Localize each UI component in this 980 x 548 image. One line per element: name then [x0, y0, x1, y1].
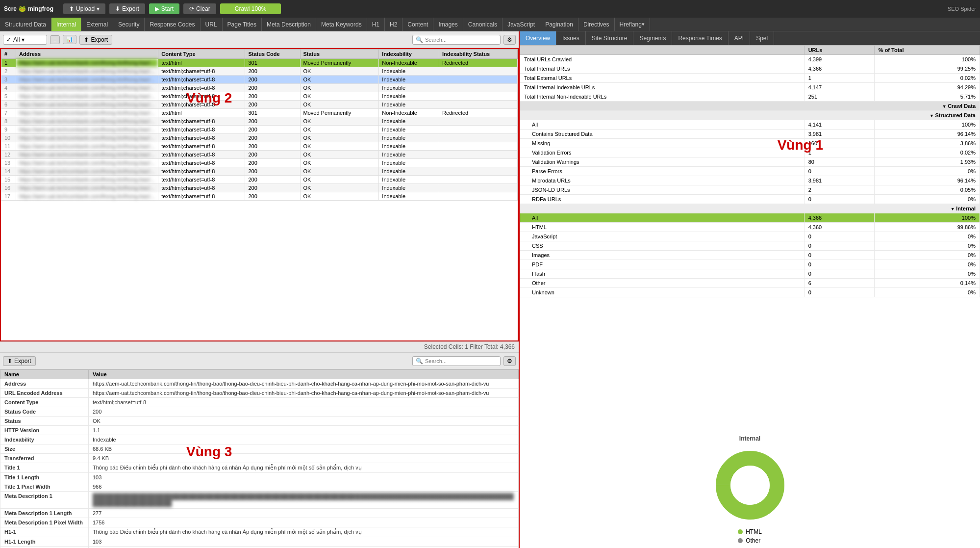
bottom-filter-options-button[interactable]: ⚙ [503, 356, 516, 366]
row-url: https://aem-uat.techcombank.com/thong-ti… [16, 184, 158, 192]
tab-canonicals[interactable]: Canonicals [463, 18, 503, 31]
right-tab-issues[interactable]: Issues [556, 31, 586, 45]
right-tab-site-structure[interactable]: Site Structure [586, 31, 634, 45]
chart-title: Internal [739, 435, 760, 442]
chart-view-button[interactable]: 📊 [63, 35, 76, 44]
table-row[interactable]: 17 https://aem-uat.techcombank.com/thong… [1, 192, 518, 201]
row-indexability-status [439, 101, 518, 109]
internal-item[interactable]: Other60,14% [520, 279, 980, 288]
html-color-dot [738, 529, 743, 534]
structured-data-item[interactable]: Parse Errors00% [520, 167, 980, 176]
right-tab-spel[interactable]: Spel [750, 31, 774, 45]
tab-url[interactable]: URL [201, 18, 223, 31]
search-input[interactable] [425, 37, 497, 43]
export-button[interactable]: ⬆ Export [79, 35, 112, 45]
table-row[interactable]: 14 https://aem-uat.techcombank.com/thong… [1, 167, 518, 176]
table-row[interactable]: 5 https://aem-uat.techcombank.com/thong-… [1, 92, 518, 101]
crawl-button[interactable]: Crawl 100% [220, 3, 281, 14]
row-status: OK [300, 67, 379, 76]
tab-directives[interactable]: Directives [578, 18, 615, 31]
row-status: Moved Permanently [300, 59, 379, 67]
table-row[interactable]: 11 https://aem-uat.techcombank.com/thong… [1, 142, 518, 151]
structured-data-subsection[interactable]: Structured Data [520, 111, 980, 120]
internal-item[interactable]: CSS00% [520, 241, 980, 251]
internal-item[interactable]: JavaScript00% [520, 232, 980, 241]
row-status-code: 200 [245, 134, 300, 142]
table-row[interactable]: 3 https://aem-uat.techcombank.com/thong-… [1, 76, 518, 84]
row-indexability: Indexable [379, 159, 439, 167]
overview-stat-row: Total Internal URLs4,36699,25% [520, 64, 980, 74]
internal-item[interactable]: All4,366100% [520, 213, 980, 223]
right-overview-table: URLs % of Total Total URLs Crawled4,3991… [520, 45, 980, 297]
search-icon: 🔍 [416, 36, 423, 43]
filter-options-button[interactable]: ⚙ [503, 35, 516, 45]
internal-item[interactable]: HTML4,36099,86% [520, 223, 980, 232]
tab-response-codes[interactable]: Response Codes [145, 18, 200, 31]
tab-javascript[interactable]: JavaScript [503, 18, 540, 31]
table-row[interactable]: 7 https://aem-uat.techcombank.com/thong-… [1, 109, 518, 117]
structured-data-item[interactable]: Microdata URLs3,98196,14% [520, 176, 980, 185]
table-row[interactable]: 6 https://aem-uat.techcombank.com/thong-… [1, 101, 518, 109]
table-row[interactable]: 9 https://aem-uat.techcombank.com/thong-… [1, 126, 518, 134]
table-row[interactable]: 15 https://aem-uat.techcombank.com/thong… [1, 176, 518, 184]
filter-dropdown[interactable]: ✓ All ▾ [3, 35, 47, 45]
structured-data-item[interactable]: Validation Warnings801,93% [520, 157, 980, 167]
export-icon: ⬇ [115, 5, 120, 12]
structured-data-item[interactable]: Missing1603,86% [520, 139, 980, 148]
right-tab-api[interactable]: API [729, 31, 750, 45]
tab-meta-keywords[interactable]: Meta Keywords [316, 18, 367, 31]
row-status-code: 200 [245, 192, 300, 201]
structured-data-item[interactable]: JSON-LD URLs20,05% [520, 185, 980, 195]
table-row[interactable]: 13 https://aem-uat.techcombank.com/thong… [1, 159, 518, 167]
right-tab-overview[interactable]: Overview [520, 31, 556, 45]
bottom-search-input[interactable] [425, 358, 497, 364]
table-view-button[interactable]: ≡ [50, 35, 60, 44]
tab-meta-description[interactable]: Meta Description [262, 18, 316, 31]
right-tab-segments[interactable]: Segments [633, 31, 672, 45]
table-row[interactable]: 10 https://aem-uat.techcombank.com/thong… [1, 134, 518, 142]
structured-data-item[interactable]: Contains Structured Data3,98196,14% [520, 130, 980, 139]
right-tab-response-times[interactable]: Response Times [672, 31, 728, 45]
tab-h2[interactable]: H2 [385, 18, 402, 31]
table-row[interactable]: 4 https://aem-uat.techcombank.com/thong-… [1, 84, 518, 92]
detail-name: Meta Description 1 [0, 492, 89, 509]
internal-item[interactable]: Images00% [520, 251, 980, 260]
internal-subsection[interactable]: Internal [520, 204, 980, 213]
tab-images[interactable]: Images [433, 18, 463, 31]
main-table-area: # Address Content Type Status Code Statu… [0, 48, 519, 341]
table-row[interactable]: 8 https://aem-uat.techcombank.com/thong-… [1, 117, 518, 126]
tab-content[interactable]: Content [402, 18, 433, 31]
table-row[interactable]: 16 https://aem-uat.techcombank.com/thong… [1, 184, 518, 192]
right-col-label [520, 46, 804, 55]
table-row[interactable]: 1 https://aem-uat.techcombank.com/thong-… [1, 59, 518, 67]
clear-button[interactable]: ⟳ Clear [183, 3, 216, 14]
tab-security[interactable]: Security [113, 18, 145, 31]
tab-external[interactable]: External [81, 18, 113, 31]
top-export-button[interactable]: ⬇ Export [109, 3, 145, 14]
tab-internal[interactable]: Internal [51, 18, 81, 31]
bottom-search-box[interactable]: 🔍 [412, 356, 501, 366]
structured-data-item[interactable]: RDFa URLs00% [520, 195, 980, 204]
bottom-export-button[interactable]: ⬆ Export [3, 356, 36, 366]
row-url: https://aem-uat.techcombank.com/thong-ti… [16, 84, 158, 92]
row-status-code: 200 [245, 117, 300, 126]
upload-button[interactable]: ⬆ Upload ▾ [63, 3, 105, 14]
search-box[interactable]: 🔍 [412, 35, 501, 45]
internal-item[interactable]: Flash00% [520, 269, 980, 279]
detail-row: Meta Description 1 Length 277 [0, 509, 519, 518]
tab-h1[interactable]: H1 [367, 18, 385, 31]
tab-page-titles[interactable]: Page Titles [223, 18, 262, 31]
internal-item[interactable]: Unknown00% [520, 288, 980, 297]
table-row[interactable]: 2 https://aem-uat.techcombank.com/thong-… [1, 67, 518, 76]
tab-structured-data[interactable]: Structured Data [0, 18, 51, 31]
start-button[interactable]: ▶ Start [149, 3, 179, 14]
tab-hreflang[interactable]: Hreflang [615, 18, 650, 31]
structured-data-item[interactable]: Validation Errors10,02% [520, 148, 980, 157]
table-row[interactable]: 12 https://aem-uat.techcombank.com/thong… [1, 151, 518, 159]
row-indexability-status [439, 134, 518, 142]
structured-data-item[interactable]: All4,141100% [520, 120, 980, 130]
right-col-pct: % of Total [874, 46, 980, 55]
tab-pagination[interactable]: Pagination [540, 18, 578, 31]
internal-item[interactable]: PDF00% [520, 260, 980, 269]
crawl-data-section[interactable]: Crawl Data [520, 102, 980, 111]
